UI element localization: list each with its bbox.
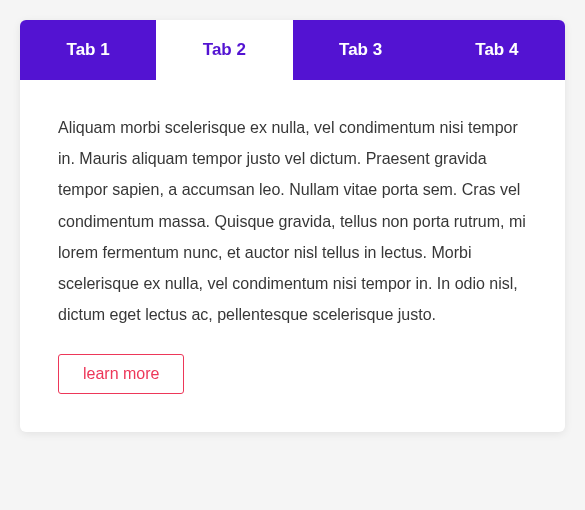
tab-card: Tab 1 Tab 2 Tab 3 Tab 4 Aliquam morbi sc… — [20, 20, 565, 432]
panel-body-text: Aliquam morbi scelerisque ex nulla, vel … — [58, 112, 527, 330]
tab-3[interactable]: Tab 3 — [293, 20, 429, 80]
learn-more-button[interactable]: learn more — [58, 354, 184, 394]
tab-1[interactable]: Tab 1 — [20, 20, 156, 80]
tab-2[interactable]: Tab 2 — [156, 20, 292, 80]
tab-bar: Tab 1 Tab 2 Tab 3 Tab 4 — [20, 20, 565, 80]
tab-4[interactable]: Tab 4 — [429, 20, 565, 80]
tab-panel: Aliquam morbi scelerisque ex nulla, vel … — [20, 80, 565, 432]
